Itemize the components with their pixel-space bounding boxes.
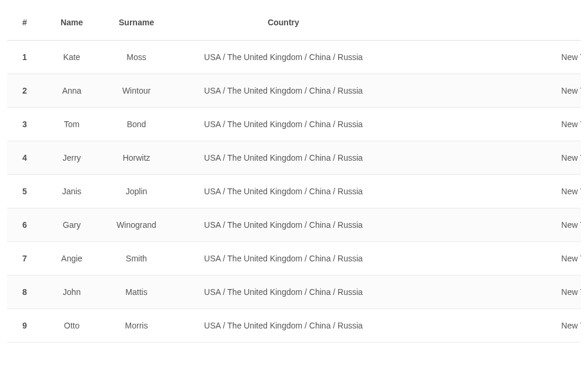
cell-city: New York City / Warsaw / Lodz / Amsterda…	[395, 74, 581, 108]
cell-index: 2	[7, 74, 42, 108]
cell-surname: Morris	[101, 309, 172, 343]
cell-name: Janis	[42, 175, 101, 208]
col-header-surname: Surname	[101, 7, 172, 41]
cell-country: USA / The United Kingdom / China / Russi…	[172, 41, 395, 74]
cell-city: New York City / Warsaw / Lodz / Amsterda…	[395, 141, 581, 175]
table-row: 6 Gary Winogrand USA / The United Kingdo…	[7, 208, 581, 242]
cell-country: USA / The United Kingdom / China / Russi…	[172, 242, 395, 276]
cell-country: USA / The United Kingdom / China / Russi…	[172, 141, 395, 175]
table-row: 5 Janis Joplin USA / The United Kingdom …	[7, 175, 581, 208]
data-table: # Name Surname Country City 1 Kate Moss …	[7, 7, 581, 343]
cell-surname: Moss	[101, 41, 172, 74]
cell-index: 1	[7, 41, 42, 74]
col-header-index: #	[7, 7, 42, 41]
cell-surname: Bond	[101, 108, 172, 141]
cell-country: USA / The United Kingdom / China / Russi…	[172, 208, 395, 242]
cell-surname: Mattis	[101, 276, 172, 309]
cell-index: 9	[7, 309, 42, 343]
table-scroll-wrapper[interactable]: # Name Surname Country City 1 Kate Moss …	[7, 7, 581, 343]
cell-name: Tom	[42, 108, 101, 141]
table-row: 8 John Mattis USA / The United Kingdom /…	[7, 276, 581, 309]
cell-name: Gary	[42, 208, 101, 242]
cell-index: 6	[7, 208, 42, 242]
table-row: 3 Tom Bond USA / The United Kingdom / Ch…	[7, 108, 581, 141]
cell-city: New York City / Warsaw / Lodz / Amsterda…	[395, 309, 581, 343]
cell-name: Angie	[42, 242, 101, 276]
cell-city: New York City / Warsaw / Lodz / Amsterda…	[395, 208, 581, 242]
cell-city: New York City / Warsaw / Lodz / Amsterda…	[395, 41, 581, 74]
cell-surname: Winogrand	[101, 208, 172, 242]
table-row: 2 Anna Wintour USA / The United Kingdom …	[7, 74, 581, 108]
cell-name: Anna	[42, 74, 101, 108]
cell-index: 3	[7, 108, 42, 141]
cell-country: USA / The United Kingdom / China / Russi…	[172, 74, 395, 108]
cell-city: New York City / Warsaw / Lodz / Amsterda…	[395, 108, 581, 141]
col-header-name: Name	[42, 7, 101, 41]
cell-name: Jerry	[42, 141, 101, 175]
cell-index: 7	[7, 242, 42, 276]
cell-surname: Horwitz	[101, 141, 172, 175]
col-header-country: Country	[172, 7, 395, 41]
cell-surname: Wintour	[101, 74, 172, 108]
cell-name: John	[42, 276, 101, 309]
cell-surname: Joplin	[101, 175, 172, 208]
cell-country: USA / The United Kingdom / China / Russi…	[172, 108, 395, 141]
table-row: 7 Angie Smith USA / The United Kingdom /…	[7, 242, 581, 276]
cell-city: New York City / Warsaw / Lodz / Amsterda…	[395, 276, 581, 309]
table-row: 4 Jerry Horwitz USA / The United Kingdom…	[7, 141, 581, 175]
table-header-row: # Name Surname Country City	[7, 7, 581, 41]
cell-index: 5	[7, 175, 42, 208]
cell-surname: Smith	[101, 242, 172, 276]
cell-name: Kate	[42, 41, 101, 74]
col-header-city: City	[395, 7, 581, 41]
cell-name: Otto	[42, 309, 101, 343]
cell-country: USA / The United Kingdom / China / Russi…	[172, 309, 395, 343]
cell-city: New York City / Warsaw / Lodz / Amsterda…	[395, 242, 581, 276]
cell-city: New York City / Warsaw / Lodz / Amsterda…	[395, 175, 581, 208]
cell-country: USA / The United Kingdom / China / Russi…	[172, 175, 395, 208]
table-body: 1 Kate Moss USA / The United Kingdom / C…	[7, 41, 581, 343]
cell-country: USA / The United Kingdom / China / Russi…	[172, 276, 395, 309]
cell-index: 4	[7, 141, 42, 175]
cell-index: 8	[7, 276, 42, 309]
table-row: 1 Kate Moss USA / The United Kingdom / C…	[7, 41, 581, 74]
table-row: 9 Otto Morris USA / The United Kingdom /…	[7, 309, 581, 343]
